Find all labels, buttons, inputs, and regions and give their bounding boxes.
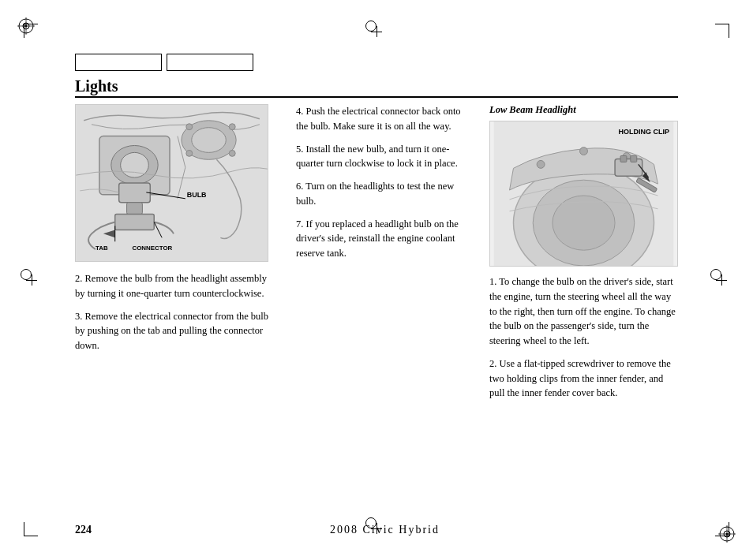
step-4-mid: 4. Push the electrical connector back on… <box>296 104 474 134</box>
step-3-number: 3. <box>75 311 82 322</box>
corner-mark-bl <box>24 522 38 536</box>
footer-center-text: 2008 Civic Hybrid <box>330 524 440 536</box>
step-1-right-text: To change the bulb on the driver's side,… <box>489 276 676 346</box>
right-column: Low Beam Headlight <box>481 104 678 509</box>
spiral-mark-tl <box>17 17 35 35</box>
svg-rect-38 <box>631 156 637 162</box>
content-area: BULB TAB CONNECTOR 2. Remove the bulb fr… <box>75 104 678 509</box>
headlight-diagram: HOLDING CLIP <box>489 121 678 267</box>
bulb-diagram: BULB TAB CONNECTOR <box>75 104 268 262</box>
headlight-section: Low Beam Headlight <box>489 104 678 267</box>
step-2-number: 2. <box>75 273 82 284</box>
page-number: 224 <box>75 524 92 536</box>
svg-rect-37 <box>620 156 627 162</box>
step-2-right-text: Use a flat-tipped screwdriver to remove … <box>489 358 671 399</box>
step-7-mid: 7. If you replaced a headlight bulb on t… <box>296 217 474 261</box>
step-5-number: 5. <box>296 144 303 155</box>
step-4-text: Push the electrical connector back onto … <box>296 106 461 132</box>
tab-1[interactable] <box>75 54 162 71</box>
svg-point-15 <box>186 150 193 156</box>
left-column: BULB TAB CONNECTOR 2. Remove the bulb fr… <box>75 104 288 509</box>
section-title: Lights <box>75 77 118 95</box>
step-1-right-number: 1. <box>489 276 496 287</box>
reg-mark-left <box>26 274 37 286</box>
svg-rect-22 <box>115 215 155 230</box>
reg-mark-top <box>371 26 382 37</box>
step-2-right: 2. Use a flat-tipped screwdriver to remo… <box>489 357 678 401</box>
step-6-text: Turn on the headlights to test the new b… <box>296 181 454 207</box>
svg-text:CONNECTOR: CONNECTOR <box>133 245 173 252</box>
mid-column: 4. Push the electrical connector back on… <box>288 104 481 509</box>
step-2-text: Remove the bulb from the headlight assem… <box>75 273 267 299</box>
svg-rect-20 <box>119 183 151 203</box>
step-1-right: 1. To change the bulb on the driver's si… <box>489 274 678 349</box>
svg-point-12 <box>192 128 227 153</box>
step-3-left: 3. Remove the electrical connector from … <box>75 309 279 353</box>
step-4-number: 4. <box>296 106 303 117</box>
step-7-number: 7. <box>296 218 303 230</box>
svg-point-32 <box>553 196 615 250</box>
svg-point-16 <box>229 150 235 156</box>
svg-text:TAB: TAB <box>96 245 108 252</box>
svg-point-34 <box>580 147 588 155</box>
tab-area <box>75 54 253 71</box>
step-2-right-number: 2. <box>489 358 496 369</box>
svg-rect-36 <box>615 159 642 176</box>
svg-point-14 <box>229 124 235 130</box>
step-3-text: Remove the electrical connector from the… <box>75 311 268 352</box>
svg-point-33 <box>537 160 545 168</box>
step-5-mid: 5. Install the new bulb, and turn it one… <box>296 142 474 172</box>
spiral-mark-br <box>718 525 736 543</box>
headlight-section-title: Low Beam Headlight <box>489 104 678 116</box>
tab-2[interactable] <box>167 54 253 71</box>
footer: 224 2008 Civic Hybrid <box>75 524 678 536</box>
step-2-left: 2. Remove the bulb from the headlight as… <box>75 271 279 301</box>
title-underline <box>75 96 678 98</box>
svg-text:BULB: BULB <box>187 191 207 199</box>
svg-rect-21 <box>127 203 143 215</box>
step-6-number: 6. <box>296 181 303 192</box>
corner-mark-tr <box>715 24 729 38</box>
step-6-mid: 6. Turn on the headlights to test the ne… <box>296 179 474 209</box>
svg-point-13 <box>186 124 193 130</box>
step-5-text: Install the new bulb, and turn it one-qu… <box>296 144 458 170</box>
reg-mark-right <box>716 274 727 286</box>
step-7-text: If you replaced a headlight bulb on the … <box>296 218 459 259</box>
holding-clip-label: HOLDING CLIP <box>619 128 670 136</box>
